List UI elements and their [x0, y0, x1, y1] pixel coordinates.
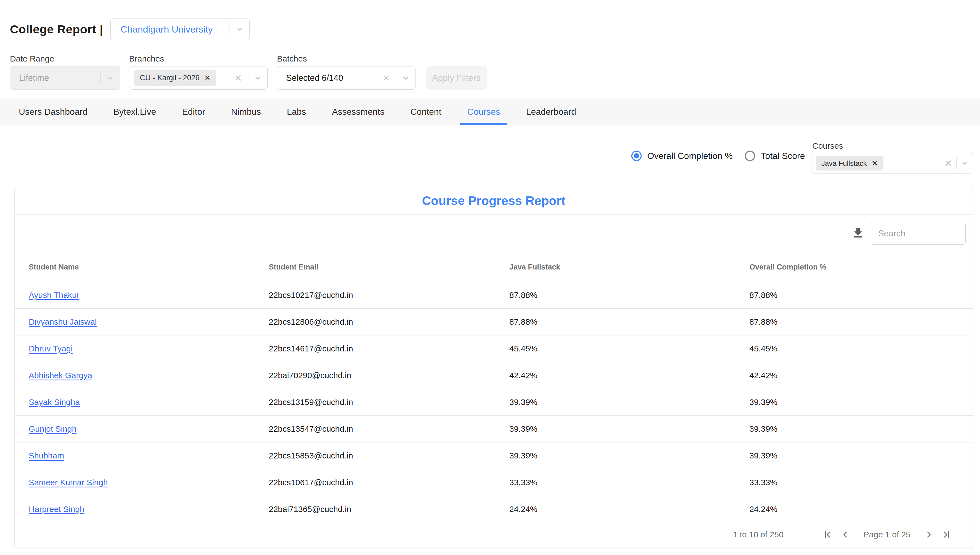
- student-name-link[interactable]: Harpreet Singh: [29, 505, 84, 513]
- column-header-course: Java Fullstack: [509, 263, 749, 271]
- overall-pct-cell: 24.24%: [749, 505, 959, 514]
- overall-pct-cell: 45.45%: [749, 344, 959, 353]
- tab[interactable]: Assessments: [325, 99, 391, 125]
- table-row: Abhishek Gargya 22bai70290@cuchd.in 42.4…: [14, 362, 973, 389]
- student-email-cell: 22bcs12806@cuchd.in: [269, 317, 509, 327]
- search-input[interactable]: [871, 223, 966, 245]
- clear-icon[interactable]: ✕: [382, 72, 394, 83]
- next-page-icon[interactable]: [920, 529, 938, 539]
- column-header-student-email: Student Email: [269, 263, 509, 271]
- download-icon[interactable]: [852, 226, 865, 240]
- student-name-link[interactable]: Sameer Kumar Singh: [29, 478, 108, 487]
- pagination-range: 1 to 10 of 250: [733, 530, 784, 539]
- course-pct-cell: 24.24%: [509, 505, 749, 514]
- table-body: Ayush Thakur 22bcs10217@cuchd.in 87.88% …: [14, 282, 973, 523]
- last-page-icon[interactable]: [938, 529, 955, 539]
- radio-total-score[interactable]: Total Score: [745, 151, 805, 161]
- table-toolbar: [14, 215, 973, 252]
- radio-icon: [631, 151, 642, 161]
- date-range-select[interactable]: Lifetime: [10, 66, 120, 90]
- table-row: Ayush Thakur 22bcs10217@cuchd.in 87.88% …: [14, 282, 973, 308]
- overall-pct-cell: 39.39%: [749, 398, 959, 407]
- student-name-link[interactable]: Divyanshu Jaiswal: [29, 317, 97, 326]
- course-chip-label: Java Fullstack: [821, 159, 867, 168]
- chevron-down-icon[interactable]: [101, 74, 120, 82]
- course-pct-cell: 33.33%: [509, 478, 749, 487]
- tab[interactable]: Leaderboard: [519, 99, 583, 125]
- student-email-cell: 22bcs10617@cuchd.in: [269, 478, 509, 487]
- chevron-down-icon[interactable]: [248, 74, 267, 82]
- apply-filters-button[interactable]: Apply Filters: [426, 66, 487, 90]
- courses-select[interactable]: Java Fullstack ✕ ✕: [811, 153, 974, 173]
- student-email-cell: 22bcs10217@cuchd.in: [269, 290, 509, 300]
- branch-chip: CU - Kargil - 2026 ✕: [134, 71, 216, 86]
- tab[interactable]: Content: [403, 99, 448, 125]
- course-pct-cell: 87.88%: [509, 290, 749, 300]
- radio-label: Overall Completion %: [647, 151, 733, 161]
- previous-page-icon[interactable]: [837, 529, 854, 539]
- table-row: Harpreet Singh 22bai71365@cuchd.in 24.24…: [14, 496, 973, 523]
- table-row: Gunjot Singh 22bcs13547@cuchd.in 39.39% …: [14, 415, 973, 442]
- radio-overall-completion[interactable]: Overall Completion %: [631, 151, 733, 161]
- clear-icon[interactable]: ✕: [945, 158, 956, 169]
- batches-select[interactable]: Selected 6/140 ✕: [277, 66, 415, 90]
- course-chip: Java Fullstack ✕: [816, 156, 884, 170]
- course-pct-cell: 87.88%: [509, 317, 749, 327]
- column-header-overall: Overall Completion %: [749, 263, 959, 271]
- branch-chip-label: CU - Kargil - 2026: [140, 74, 199, 82]
- overall-pct-cell: 87.88%: [749, 317, 959, 327]
- student-name-link[interactable]: Gunjot Singh: [29, 424, 76, 433]
- radio-label: Total Score: [761, 151, 805, 161]
- tab[interactable]: Courses: [460, 99, 507, 125]
- page-header: College Report | Chandigarh University: [10, 18, 250, 40]
- report-card: Course Progress Report Student Name Stud…: [14, 187, 973, 548]
- report-title: Course Progress Report: [422, 194, 565, 208]
- tab[interactable]: Nimbus: [224, 99, 268, 125]
- table-row: Divyanshu Jaiswal 22bcs12806@cuchd.in 87…: [14, 308, 973, 335]
- student-name-link[interactable]: Ayush Thakur: [29, 290, 79, 300]
- tab[interactable]: Users Dashboard: [11, 99, 95, 125]
- page-title: College Report |: [10, 22, 103, 36]
- first-page-icon[interactable]: [819, 529, 837, 539]
- column-header-student-name: Student Name: [29, 263, 269, 271]
- overall-pct-cell: 42.42%: [749, 371, 959, 380]
- chip-remove-icon[interactable]: ✕: [872, 159, 878, 168]
- student-email-cell: 22bcs14617@cuchd.in: [269, 344, 509, 353]
- student-name-link[interactable]: Sayak Singha: [29, 398, 80, 407]
- pagination-bar: 1 to 10 of 250 Page 1 of 25: [14, 521, 973, 547]
- overall-pct-cell: 33.33%: [749, 478, 959, 487]
- student-name-link[interactable]: Shubham: [29, 451, 64, 460]
- student-name-cell: Sameer Kumar Singh: [29, 478, 269, 487]
- chevron-down-icon[interactable]: [396, 74, 415, 82]
- student-name-link[interactable]: Abhishek Gargya: [29, 371, 92, 380]
- table-row: Shubham 22bcs15853@cuchd.in 39.39% 39.39…: [14, 442, 973, 469]
- tab[interactable]: Bytexl.Live: [106, 99, 163, 125]
- report-title-row: Course Progress Report: [14, 187, 973, 215]
- course-pct-cell: 39.39%: [509, 451, 749, 460]
- table-row: Sayak Singha 22bcs13159@cuchd.in 39.39% …: [14, 389, 973, 415]
- student-name-link[interactable]: Dhruv Tyagi: [29, 344, 73, 353]
- batches-value: Selected 6/140: [282, 73, 382, 83]
- student-email-cell: 22bai71365@cuchd.in: [269, 505, 509, 514]
- table-header: Student Name Student Email Java Fullstac…: [14, 252, 973, 282]
- student-name-cell: Ayush Thakur: [29, 290, 269, 300]
- branches-select[interactable]: CU - Kargil - 2026 ✕ ✕: [129, 66, 268, 90]
- batches-label: Batches: [277, 54, 307, 63]
- chevron-down-icon[interactable]: [230, 25, 249, 34]
- student-email-cell: 22bcs15853@cuchd.in: [269, 451, 509, 460]
- course-pct-cell: 39.39%: [509, 424, 749, 434]
- overall-pct-cell: 39.39%: [749, 424, 959, 434]
- course-pct-cell: 42.42%: [509, 371, 749, 380]
- university-select[interactable]: Chandigarh University: [111, 18, 250, 40]
- branches-label: Branches: [129, 54, 164, 63]
- student-name-cell: Shubham: [29, 451, 269, 460]
- metric-radio-group: Overall Completion % Total Score: [631, 151, 805, 161]
- chevron-down-icon[interactable]: [956, 159, 973, 167]
- tab[interactable]: Editor: [175, 99, 212, 125]
- date-range-value: Lifetime: [15, 73, 99, 83]
- student-name-cell: Divyanshu Jaiswal: [29, 317, 269, 327]
- tab[interactable]: Labs: [280, 99, 313, 125]
- courses-filter-label: Courses: [812, 141, 843, 151]
- clear-icon[interactable]: ✕: [234, 72, 246, 83]
- chip-remove-icon[interactable]: ✕: [204, 74, 210, 82]
